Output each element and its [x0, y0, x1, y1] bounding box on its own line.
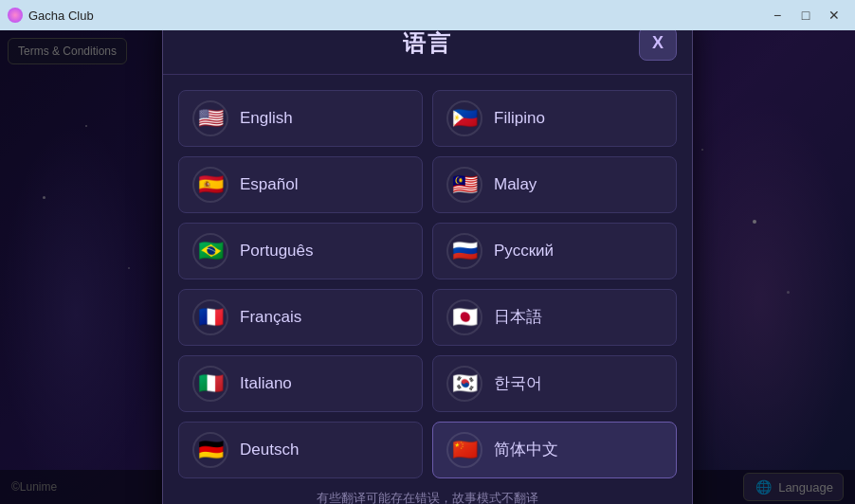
flag-it: 🇮🇹: [192, 366, 228, 402]
language-item-en[interactable]: 🇺🇸English: [178, 90, 423, 147]
lang-name-ko: 한국어: [494, 372, 542, 394]
language-item-fr[interactable]: 🇫🇷Français: [178, 289, 423, 346]
language-item-ru[interactable]: 🇷🇺Русский: [432, 223, 677, 279]
lang-name-es: Español: [240, 175, 298, 194]
app-area: Terms & Conditions 语言 X 🇺🇸English🇵🇭Filip…: [0, 30, 855, 504]
lang-name-zh: 简体中文: [494, 439, 558, 460]
minimize-button[interactable]: −: [764, 6, 791, 25]
lang-name-ru: Русский: [494, 242, 554, 261]
language-item-it[interactable]: 🇮🇹Italiano: [178, 355, 423, 412]
flag-en: 🇺🇸: [192, 100, 228, 136]
flag-ko: 🇰🇷: [446, 366, 482, 402]
lang-name-pt: Português: [240, 242, 314, 261]
language-item-ko[interactable]: 🇰🇷한국어: [432, 355, 677, 412]
lang-name-de: Deutsch: [240, 441, 299, 459]
modal-disclaimer: 有些翻译可能存在错误，故事模式不翻译: [163, 490, 692, 505]
lang-name-fil: Filipino: [494, 109, 545, 128]
flag-zh: 🇨🇳: [446, 432, 482, 468]
language-grid: 🇺🇸English🇵🇭Filipino🇪🇸Español🇲🇾Malay🇧🇷Por…: [163, 90, 692, 478]
language-item-zh[interactable]: 🇨🇳简体中文: [432, 422, 677, 478]
lang-name-ja: 日本語: [494, 306, 542, 328]
lang-name-en: English: [240, 109, 293, 128]
lang-name-fr: Français: [240, 308, 301, 327]
lang-name-ms: Malay: [494, 175, 537, 194]
flag-ms: 🇲🇾: [446, 167, 482, 203]
modal-header: 语言 X: [163, 30, 692, 75]
modal-title: 语言: [216, 30, 639, 59]
flag-fr: 🇫🇷: [192, 299, 228, 335]
flag-es: 🇪🇸: [192, 167, 228, 203]
language-item-ms[interactable]: 🇲🇾Malay: [432, 156, 677, 213]
language-item-fil[interactable]: 🇵🇭Filipino: [432, 90, 677, 147]
window-close-button[interactable]: ✕: [821, 6, 847, 25]
maximize-button[interactable]: □: [792, 6, 819, 25]
modal-overlay: 语言 X 🇺🇸English🇵🇭Filipino🇪🇸Español🇲🇾Malay…: [0, 30, 855, 504]
lang-name-it: Italiano: [240, 374, 292, 393]
language-item-de[interactable]: 🇩🇪Deutsch: [178, 422, 423, 478]
flag-ja: 🇯🇵: [446, 299, 482, 335]
flag-pt: 🇧🇷: [192, 233, 228, 269]
flag-fil: 🇵🇭: [446, 100, 482, 136]
title-bar-left: Gacha Club: [8, 8, 94, 23]
title-bar: Gacha Club − □ ✕: [0, 0, 855, 30]
language-modal: 语言 X 🇺🇸English🇵🇭Filipino🇪🇸Español🇲🇾Malay…: [162, 30, 693, 504]
app-icon: [8, 8, 23, 23]
window-controls: − □ ✕: [764, 6, 847, 25]
language-item-pt[interactable]: 🇧🇷Português: [178, 223, 423, 279]
flag-ru: 🇷🇺: [446, 233, 482, 269]
language-item-es[interactable]: 🇪🇸Español: [178, 156, 423, 213]
flag-de: 🇩🇪: [192, 432, 228, 468]
app-title: Gacha Club: [28, 9, 94, 23]
modal-close-button[interactable]: X: [639, 30, 677, 61]
language-item-ja[interactable]: 🇯🇵日本語: [432, 289, 677, 346]
